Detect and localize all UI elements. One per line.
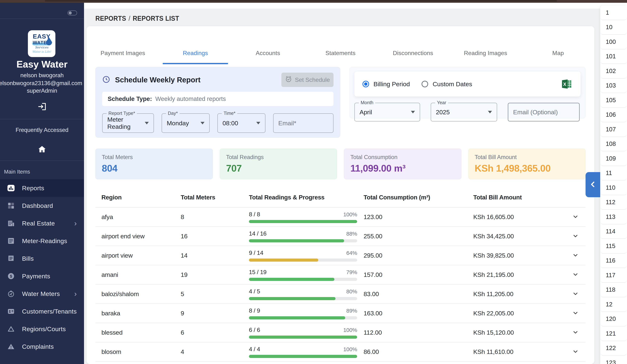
billing-period-option[interactable]: Billing Period xyxy=(363,81,410,88)
tab-payment-images[interactable]: Payment Images xyxy=(87,43,159,64)
account-number-item[interactable]: 103 xyxy=(600,79,627,93)
chevron-down-icon[interactable] xyxy=(572,232,579,240)
month-select[interactable]: Month April xyxy=(354,103,420,121)
sidebar-item-customers-tenants[interactable]: Customers/Tenants › xyxy=(0,303,84,320)
account-number-item[interactable]: 118 xyxy=(600,283,627,297)
account-number-item[interactable]: 121 xyxy=(600,326,627,341)
chevron-down-icon[interactable] xyxy=(572,348,579,356)
reports-content-card: Payment ImagesReadingsAccountsStatements… xyxy=(87,26,594,364)
readings-percent: 80% xyxy=(346,288,357,295)
total-readings-card: Total Readings 707 xyxy=(220,149,337,179)
year-value: 2025 xyxy=(436,109,450,116)
chevron-down-icon[interactable] xyxy=(572,213,579,221)
account-number-item[interactable]: 10 xyxy=(600,20,627,35)
sidebar-item-payments[interactable]: $ Payments › xyxy=(0,267,84,285)
account-number-item[interactable]: 12 xyxy=(600,297,627,312)
day-select[interactable]: Day* Monday xyxy=(162,113,210,133)
sidebar-theme-toggle[interactable] xyxy=(67,10,77,15)
readings-count: 6 / 6 xyxy=(249,327,260,333)
region-cell: amani xyxy=(95,271,175,278)
progress-cell: 9 / 14 64% xyxy=(249,250,357,262)
account-number-item[interactable]: 115 xyxy=(600,239,627,254)
sidebar-item-meter-readings[interactable]: Meter-Readings › xyxy=(0,232,84,250)
tab-reading-images[interactable]: Reading Images xyxy=(449,43,522,64)
sidebar-item-dashboard[interactable]: Dashboard › xyxy=(0,197,84,214)
sidebar-item-regions-courts[interactable]: Regions/Courts › xyxy=(0,320,84,338)
tab-readings[interactable]: Readings xyxy=(159,43,231,64)
custom-dates-option[interactable]: Custom Dates xyxy=(421,81,472,88)
chevron-down-icon[interactable] xyxy=(572,271,579,279)
period-selector-card: Billing Period Custom Dates X xyxy=(354,72,580,97)
tab-map[interactable]: Map xyxy=(522,43,594,64)
table-row[interactable]: airport end view 16 14 / 16 88% 255.00 K… xyxy=(95,227,585,246)
home-icon xyxy=(37,152,47,155)
logout-button[interactable] xyxy=(37,102,47,111)
export-fields: Month April Year 2025 xyxy=(354,103,580,121)
account-number-item[interactable]: 117 xyxy=(600,268,627,283)
time-select[interactable]: Time* 08:00 xyxy=(217,113,265,133)
account-number-item[interactable]: 113 xyxy=(600,210,627,224)
export-email-input[interactable] xyxy=(513,109,574,116)
report-type-select[interactable]: Report Type* Meter Reading xyxy=(102,113,154,133)
breadcrumb-section[interactable]: REPORTS xyxy=(95,15,126,22)
progress-bar-fill xyxy=(249,336,357,339)
account-number-item[interactable]: 101 xyxy=(600,49,627,64)
tab-disconnections[interactable]: Disconnections xyxy=(377,43,449,64)
progress-bar-track xyxy=(249,355,357,358)
chevron-down-icon[interactable] xyxy=(572,290,579,298)
column-header-bill: Total Bill Amount xyxy=(468,194,565,201)
year-select[interactable]: Year 2025 xyxy=(431,103,497,121)
drawer-collapse-button[interactable] xyxy=(585,172,600,197)
total-meters-card: Total Meters 804 xyxy=(95,149,213,179)
account-number-item[interactable]: 106 xyxy=(600,108,627,122)
toggle-knob xyxy=(69,11,72,14)
table-row[interactable]: amani 19 15 / 19 79% 157.00 KSh 21,195.0… xyxy=(95,265,585,285)
company-logo: EASY WATER Services Water is Life! xyxy=(28,30,55,57)
bill-amount-cell: KSh 11,610.00 xyxy=(468,348,565,355)
chevron-down-icon[interactable] xyxy=(572,252,579,260)
regions-table: Region Total Meters Total Readings & Pro… xyxy=(95,188,585,362)
chevron-down-icon[interactable] xyxy=(572,329,579,336)
table-row[interactable]: blosom 4 4 / 4 100% 86.00 KSh 11,610.00 xyxy=(95,342,585,362)
time-value: 08:00 xyxy=(222,120,238,127)
chevron-down-icon[interactable] xyxy=(572,310,579,317)
schedule-email-input[interactable] xyxy=(278,120,328,127)
account-number-item[interactable]: 120 xyxy=(600,312,627,327)
total-meters-cell: 14 xyxy=(175,252,249,259)
progress-cell: 8 / 9 89% xyxy=(249,307,357,319)
sidebar-item-reports[interactable]: Reports › xyxy=(0,179,84,197)
readings-count: 4 / 5 xyxy=(249,288,260,295)
sidebar-item-real-estate[interactable]: Real Estate › xyxy=(0,214,84,232)
account-number-item[interactable]: 123 xyxy=(600,356,627,364)
home-shortcut-button[interactable] xyxy=(37,144,47,154)
sidebar-item-water-meters[interactable]: Water Meters › xyxy=(0,285,84,303)
account-number-item[interactable]: 110 xyxy=(600,181,627,195)
total-bill-amount-card: Total Bill Amount KSh 1,498,365.00 xyxy=(468,149,586,179)
set-schedule-button[interactable]: Set Schedule xyxy=(281,73,333,87)
tab-accounts[interactable]: Accounts xyxy=(232,43,304,64)
account-number-item[interactable]: 1 xyxy=(600,5,627,20)
table-row[interactable]: balozi/shalom 5 4 / 5 80% 83.00 KSh 11,2… xyxy=(95,285,585,304)
account-number-item[interactable]: 116 xyxy=(600,254,627,268)
table-row[interactable]: afya 8 8 / 8 100% 123.00 KSh 16,605.00 xyxy=(95,208,585,227)
account-number-item[interactable]: 108 xyxy=(600,137,627,152)
account-number-item[interactable]: 122 xyxy=(600,341,627,356)
user-role: superAdmin xyxy=(0,88,84,94)
table-row[interactable]: baraka 9 8 / 9 89% 163.00 KSh 22,005.00 xyxy=(95,304,585,323)
card-value: KSh 1,498,365.00 xyxy=(475,163,579,174)
account-number-item[interactable]: 105 xyxy=(600,93,627,108)
dashboard-grid-icon xyxy=(7,202,15,210)
export-excel-button[interactable]: X xyxy=(561,78,573,90)
sidebar-item-bills[interactable]: Bills › xyxy=(0,250,84,267)
account-number-item[interactable]: 11 xyxy=(600,166,627,181)
sidebar-item-complaints[interactable]: Complaints › xyxy=(0,338,84,355)
account-number-item[interactable]: 112 xyxy=(600,195,627,210)
account-number-item[interactable]: 114 xyxy=(600,224,627,239)
account-number-item[interactable]: 102 xyxy=(600,64,627,79)
table-row[interactable]: blessed 6 6 / 6 100% 112.00 KSh 15,120.0… xyxy=(95,323,585,342)
account-number-item[interactable]: 107 xyxy=(600,122,627,137)
account-number-item[interactable]: 109 xyxy=(600,151,627,166)
account-number-item[interactable]: 100 xyxy=(600,35,627,49)
table-row[interactable]: airport view 14 9 / 14 64% 295.00 KSh 39… xyxy=(95,246,585,265)
tab-statements[interactable]: Statements xyxy=(304,43,377,64)
